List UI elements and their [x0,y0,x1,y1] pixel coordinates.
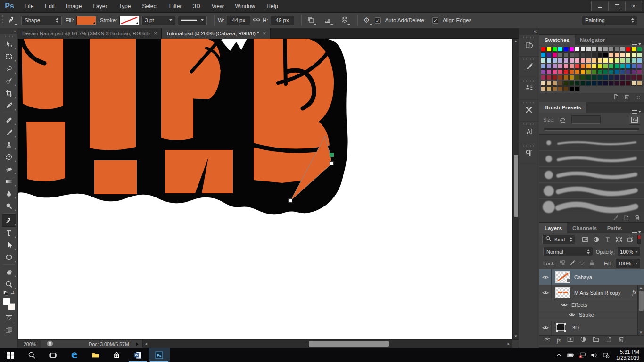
color-swatch[interactable] [637,64,642,69]
color-swatch[interactable] [546,52,552,58]
color-swatch[interactable] [603,58,608,63]
move-tool[interactable] [2,38,16,50]
color-swatch[interactable] [552,81,557,86]
layers-scrollbar[interactable]: ▲ ▼ [637,285,644,335]
layer-filter-toggle[interactable] [637,235,641,244]
menu-filter[interactable]: Filter [164,0,188,13]
tool-preset-picker[interactable] [6,15,17,25]
options-gripper[interactable] [2,15,3,25]
color-swatch[interactable] [575,47,580,52]
color-swatch[interactable] [580,47,586,52]
filter-image-icon[interactable] [580,235,590,244]
taskbar-clock[interactable]: 5:31 PM 1/23/2019 [614,349,639,361]
panel-resize-grip[interactable] [636,96,640,99]
close-button[interactable]: × [625,1,642,11]
panel-button-tool-presets[interactable] [519,100,539,122]
color-swatch[interactable] [637,58,642,63]
color-swatch[interactable] [546,75,552,80]
horizontal-scroll-thumb[interactable] [309,341,389,347]
menu-select[interactable]: Select [136,0,163,13]
lock-paint-icon[interactable] [569,260,575,267]
panel-menu-icon[interactable] [632,111,644,113]
fx-badge[interactable]: fx [632,289,636,296]
color-swatch[interactable] [592,47,597,52]
blur-tool[interactable] [2,188,16,200]
color-swatch[interactable] [575,69,580,74]
color-swatch[interactable] [609,81,614,86]
color-swatch[interactable] [614,69,619,74]
color-swatch[interactable] [592,58,597,63]
rectangular-marquee-tool[interactable] [2,50,16,63]
panel-button-paragraph[interactable] [519,143,539,165]
color-swatch[interactable] [541,64,546,69]
color-swatch[interactable] [586,47,591,52]
workspace-select[interactable]: Painting [582,16,637,25]
opacity-field[interactable]: 100% [618,247,640,256]
restore-button[interactable] [608,1,625,11]
filter-shape-icon[interactable] [614,235,624,244]
color-swatch[interactable] [558,81,563,86]
color-swatch[interactable] [558,64,563,69]
color-swatch[interactable] [569,47,574,52]
delete-brush-button[interactable] [634,214,640,222]
eyedropper-tool[interactable] [2,99,16,112]
shape-width-field[interactable]: 44 px [227,16,250,25]
color-swatch[interactable] [620,58,625,63]
color-swatch[interactable] [637,75,642,80]
panel-button-brush-panel[interactable] [519,57,539,78]
color-swatch[interactable] [580,69,586,74]
layer-row-cahaya[interactable]: Cahaya [539,269,644,285]
path-alignment-button[interactable] [322,15,333,25]
close-tab-icon[interactable]: × [263,30,266,37]
color-swatch[interactable] [626,58,631,63]
color-swatch[interactable] [631,81,636,86]
taskbar-start-button[interactable] [0,348,21,362]
color-swatch[interactable] [626,81,631,86]
foreground-color-swatch[interactable] [3,298,10,305]
scroll-down-icon[interactable]: ▼ [514,334,518,339]
taskbar-edge-icon[interactable] [64,348,85,362]
status-flyout-icon[interactable] [136,342,139,346]
color-swatch[interactable] [569,58,574,63]
color-swatch[interactable] [614,81,619,86]
toolbar-collapse-button[interactable]: » [0,28,17,34]
shape-height-field[interactable]: 49 px [271,16,294,25]
screen-mode-button[interactable] [2,325,16,337]
color-swatch[interactable] [620,75,625,80]
color-swatch[interactable] [597,81,603,86]
brush-preset-item[interactable] [539,167,644,183]
history-brush-tool[interactable] [2,151,16,163]
color-swatch[interactable] [614,47,619,52]
scroll-up-icon[interactable]: ▲ [639,285,643,290]
color-swatch[interactable] [580,64,586,69]
color-swatch[interactable] [546,64,552,69]
color-swatch[interactable] [614,64,619,69]
menu-type[interactable]: Type [113,0,136,13]
color-swatch[interactable] [563,47,569,52]
align-edges-checkbox[interactable]: ✓ [432,17,438,24]
color-swatch[interactable] [552,58,557,63]
color-swatch[interactable] [631,58,636,63]
color-swatch[interactable] [631,75,636,80]
color-swatch[interactable] [580,52,586,58]
menu-edit[interactable]: Edit [39,0,60,13]
tab-channels[interactable]: Channels [567,223,602,233]
color-swatch[interactable] [592,81,597,86]
color-swatch[interactable] [603,64,608,69]
color-swatch[interactable] [614,58,619,63]
color-swatch[interactable] [563,86,569,91]
fill-opacity-field[interactable]: 100% [616,259,640,268]
color-swatch[interactable] [541,58,546,63]
brush-preset-item[interactable] [539,135,644,151]
color-swatch[interactable] [558,75,563,80]
color-swatch[interactable] [569,69,574,74]
color-swatch[interactable] [586,75,591,80]
color-swatch[interactable] [626,64,631,69]
panel-button-clone-source[interactable] [519,78,539,100]
color-swatch[interactable] [597,64,603,69]
color-swatch[interactable] [546,47,552,52]
lock-all-icon[interactable] [589,260,595,267]
color-swatch[interactable] [563,75,569,80]
color-swatch[interactable] [552,64,557,69]
hand-tool[interactable] [2,266,16,278]
